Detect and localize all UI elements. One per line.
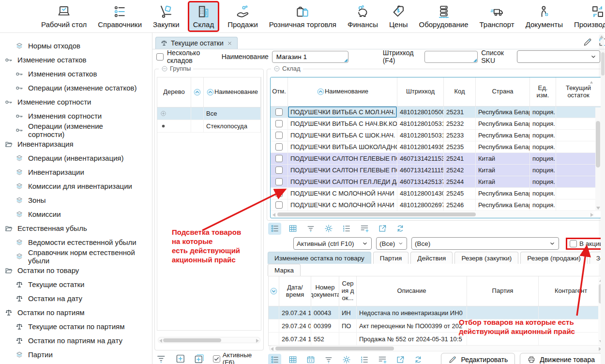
movements-hscrollbar[interactable]	[269, 345, 603, 351]
top-nav-item[interactable]: Цены	[388, 2, 409, 30]
top-nav-item[interactable]: Документы	[524, 2, 564, 30]
tree-plus-icon[interactable]	[160, 110, 167, 117]
top-nav-item[interactable]: Транспорт	[478, 2, 516, 30]
detail-tab[interactable]: Резерв (закупки)	[454, 252, 518, 264]
column-header-description[interactable]: Описание	[357, 276, 467, 306]
stock-row[interactable]: ПОДУШЕЧКИ ВИТЬБА С ШОК.НАЧ. 481012801503…	[271, 130, 601, 141]
toolbar-button[interactable]	[322, 354, 335, 364]
sidebar-item[interactable]: Операции (инвентаризация)	[4, 151, 143, 165]
scroll-left-icon[interactable]	[272, 213, 275, 217]
top-nav-item[interactable]: Финансы	[346, 2, 379, 30]
row-checkbox[interactable]	[275, 201, 283, 209]
sort-asc-icon[interactable]	[589, 79, 594, 85]
filter-icon[interactable]	[155, 353, 167, 364]
toolbar-button[interactable]	[411, 354, 424, 364]
toolbar-button[interactable]	[340, 223, 353, 235]
toolbar-button[interactable]	[304, 354, 317, 364]
sidebar-item[interactable]: Остатки по товару	[4, 263, 143, 277]
sidebar-item[interactable]: Естественная убыль	[4, 221, 143, 235]
group-row[interactable]: Все	[157, 107, 261, 120]
row-checkbox[interactable]	[275, 143, 283, 151]
stock-row[interactable]: ПОДУШЕЧКИ САЛТОН ГЕЛ.ЛЕДИ Д/ 46071314251…	[271, 176, 601, 188]
toolbar-button[interactable]	[393, 354, 407, 364]
groups-hscrollbar[interactable]	[158, 337, 260, 343]
toolbar-button[interactable]	[304, 223, 317, 235]
sidebar-item[interactable]: Справочник норм естественной убыли	[4, 249, 143, 263]
stock-row[interactable]: ПОДУШЕЧКИ САЛТОН ГЕЛЕВЫЕ ПО 460713142115…	[271, 153, 601, 165]
multi-warehouse-checkbox[interactable]	[156, 53, 164, 61]
groups-scroll-thumb[interactable]	[163, 338, 221, 342]
barcode-filter-input[interactable]	[425, 53, 477, 61]
column-header-series[interactable]: Серия док...	[339, 276, 357, 306]
detail-tab[interactable]: Действия	[410, 252, 453, 264]
stock-row[interactable]: ПОДУШЕЧКИ ВИТЬБА ШОКОЛАДНО 4810128014935…	[271, 141, 601, 153]
toolbar-button[interactable]	[322, 223, 335, 235]
column-header-current[interactable]: Текущий остаток	[556, 77, 601, 106]
add-box-multi-icon[interactable]	[194, 353, 205, 364]
stock-row[interactable]: ПОДУШЕЧКИ САЛТОН ГЕЛЕВЫЕ ПО 460713142111…	[271, 165, 601, 176]
column-header-code[interactable]: Код	[444, 77, 476, 106]
sidebar-item[interactable]: Инвентаризация	[4, 137, 143, 151]
sidebar-item[interactable]: Себестоимость	[4, 362, 143, 364]
sort-down-icon[interactable]	[270, 287, 278, 295]
goods-movement-button[interactable]: Движение товара	[520, 353, 602, 364]
top-nav-item[interactable]: Склад	[189, 2, 218, 30]
scroll-right-icon[interactable]	[590, 213, 593, 217]
sidebar-item[interactable]: Изменение остатков	[4, 53, 143, 67]
row-checkbox[interactable]	[275, 132, 283, 139]
column-sort[interactable]	[269, 276, 279, 306]
toolbar-button[interactable]	[376, 354, 389, 364]
toolbar-button[interactable]	[376, 223, 389, 235]
column-header-datetime[interactable]: Дата/время	[279, 276, 311, 306]
sidebar-item[interactable]: Инвентаризации	[4, 165, 143, 179]
row-checkbox[interactable]	[275, 108, 283, 116]
stock-vscrollbar[interactable]	[595, 107, 601, 211]
stock-scroll-thumb[interactable]	[277, 212, 476, 216]
row-checkbox[interactable]	[275, 155, 283, 162]
detail-tab[interactable]: Изменение остатка по товару	[268, 252, 371, 264]
toolbar-button[interactable]	[358, 223, 371, 235]
column-sort[interactable]	[191, 77, 204, 107]
column-header-mark[interactable]: Отм.	[271, 77, 288, 106]
sidebar-item[interactable]: Операции (изменение сортности)	[4, 123, 143, 137]
toolbar-button[interactable]	[358, 354, 371, 364]
group-row[interactable]: Стеклопосуда	[157, 120, 261, 133]
name-filter-input[interactable]	[272, 53, 348, 61]
column-header-barcode[interactable]: Штрихкод	[397, 77, 444, 106]
movements-hscroll-thumb[interactable]	[275, 347, 394, 350]
scroll-down-icon[interactable]	[596, 207, 600, 210]
stock-vscroll-thumb[interactable]	[596, 121, 600, 167]
sidebar-item[interactable]: Зоны	[4, 193, 143, 207]
sidebar-item[interactable]: Комиссии	[4, 207, 143, 221]
column-header-name[interactable]: Наименование	[204, 77, 261, 107]
detail-tab[interactable]: Партия	[373, 252, 408, 264]
add-box-icon[interactable]	[175, 353, 186, 364]
sidebar-item[interactable]: Остатки на дату	[4, 291, 143, 305]
column-header-unit[interactable]: Ед. изм.	[530, 77, 556, 106]
stock-row[interactable]: ПОДУШЕЧКИ ВИТЬБА С НАЧ.ВК.КОН 4810128010…	[271, 118, 601, 130]
column-header-name[interactable]: Наименование	[288, 77, 397, 106]
top-nav-item[interactable]: Рабочий стол	[40, 2, 88, 30]
main-scroll-thumb[interactable]	[601, 52, 605, 76]
sort-up-icon[interactable]	[206, 88, 214, 96]
pencil-icon[interactable]	[583, 37, 592, 47]
sort-up-icon[interactable]	[193, 88, 201, 96]
close-icon[interactable]	[227, 40, 233, 46]
sidebar-item[interactable]: Текущие остатки по партиям	[4, 319, 143, 334]
sidebar-item[interactable]: Комиссии для инвентаризации	[4, 179, 143, 193]
collapse-icon[interactable]	[273, 65, 280, 72]
sidebar-item[interactable]: Остатки по партиям на дату	[4, 334, 143, 348]
collapse-icon[interactable]	[161, 65, 168, 72]
column-header-party[interactable]: Партия	[467, 276, 539, 306]
row-checkbox[interactable]	[275, 167, 283, 174]
toolbar-button[interactable]	[268, 223, 281, 235]
sidebar-item[interactable]: Текущие остатки	[4, 277, 143, 291]
sidebar-item[interactable]: Изменения остатков	[4, 67, 143, 81]
all-dropdown-1[interactable]: (Все)	[376, 237, 407, 250]
active-f6-checkbox[interactable]	[213, 355, 220, 363]
stock-row[interactable]: ПОДУШЕЧКИ ВИТЬБА С МОЛ.НАЧ. 481012801050…	[271, 106, 601, 118]
toolbar-button[interactable]	[393, 223, 407, 235]
edit-button[interactable]: Редактировать	[441, 353, 515, 364]
sidebar-item[interactable]: Изменение сортности	[4, 95, 143, 109]
sidebar-item[interactable]: Остатки по партиям	[4, 305, 143, 319]
